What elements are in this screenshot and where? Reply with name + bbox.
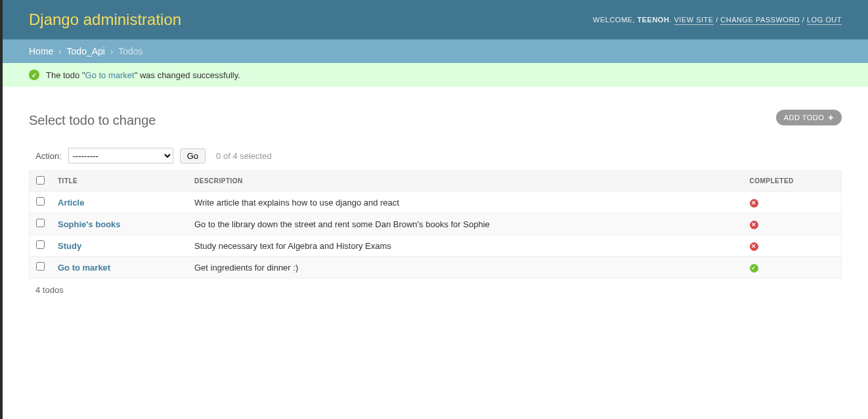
check-icon: ✓ (750, 264, 758, 273)
add-todo-button[interactable]: ADD TODO + (776, 110, 842, 125)
table-row: ArticleWrite article that explains how t… (30, 192, 842, 213)
user-tools: WELCOME, TEENOH. VIEW SITE / CHANGE PASS… (593, 16, 842, 24)
cross-icon: ✕ (750, 199, 758, 208)
message-prefix: The todo " (46, 70, 85, 80)
breadcrumb: Home › Todo_Api › Todos (3, 39, 868, 63)
action-label: Action: (35, 151, 62, 161)
row-description: Write article that explains how to use d… (188, 192, 743, 213)
row-checkbox[interactable] (36, 262, 45, 271)
column-description[interactable]: DESCRIPTION (188, 171, 743, 192)
breadcrumb-current: Todos (118, 46, 142, 56)
row-checkbox[interactable] (36, 240, 45, 249)
select-all-checkbox[interactable] (36, 176, 45, 185)
table-row: Go to marketGet ingredients for dinner :… (30, 257, 842, 278)
row-description: Go to the library down the street and re… (188, 213, 743, 235)
row-title-link[interactable]: Article (58, 198, 84, 208)
breadcrumb-home[interactable]: Home (29, 46, 53, 56)
change-password-link[interactable]: CHANGE PASSWORD (720, 16, 800, 25)
welcome-label: WELCOME, (593, 16, 635, 24)
header: Django administration WELCOME, TEENOH. V… (3, 0, 868, 39)
row-description: Get ingredients for dinner :) (188, 257, 743, 278)
message-suffix: " was changed successfully. (135, 70, 240, 80)
plus-icon: + (828, 113, 834, 122)
breadcrumb-app[interactable]: Todo_Api (67, 46, 105, 56)
success-icon: ✓ (29, 70, 39, 80)
add-todo-label: ADD TODO (784, 114, 825, 121)
table-row: StudyStudy necessary text for Algebra an… (30, 235, 842, 257)
success-message: ✓ The todo "Go to market" was changed su… (3, 63, 868, 87)
row-title-link[interactable]: Study (58, 241, 81, 251)
cross-icon: ✕ (750, 242, 758, 251)
username: TEENOH (638, 16, 670, 24)
row-title-link[interactable]: Go to market (58, 263, 110, 273)
results-table: TITLE DESCRIPTION COMPLETED ArticleWrite… (29, 170, 842, 278)
page-title: Select todo to change (29, 113, 842, 128)
row-checkbox[interactable] (36, 219, 45, 227)
row-title-link[interactable]: Sophie's books (58, 219, 121, 229)
site-title[interactable]: Django administration (29, 11, 181, 29)
message-object-link[interactable]: Go to market (85, 70, 135, 80)
logout-link[interactable]: LOG OUT (807, 16, 842, 25)
actions-bar: Action: --------- Go 0 of 4 selected (29, 141, 842, 170)
column-title[interactable]: TITLE (51, 171, 188, 192)
table-row: Sophie's booksGo to the library down the… (30, 213, 842, 235)
view-site-link[interactable]: VIEW SITE (674, 16, 714, 25)
row-description: Study necessary text for Algebra and His… (188, 235, 743, 257)
action-select[interactable]: --------- (68, 148, 173, 164)
action-counter: 0 of 4 selected (216, 151, 272, 161)
column-completed[interactable]: COMPLETED (743, 171, 842, 192)
paginator: 4 todos (29, 278, 842, 301)
row-checkbox[interactable] (36, 197, 45, 206)
go-button[interactable]: Go (180, 148, 206, 164)
cross-icon: ✕ (750, 221, 758, 229)
